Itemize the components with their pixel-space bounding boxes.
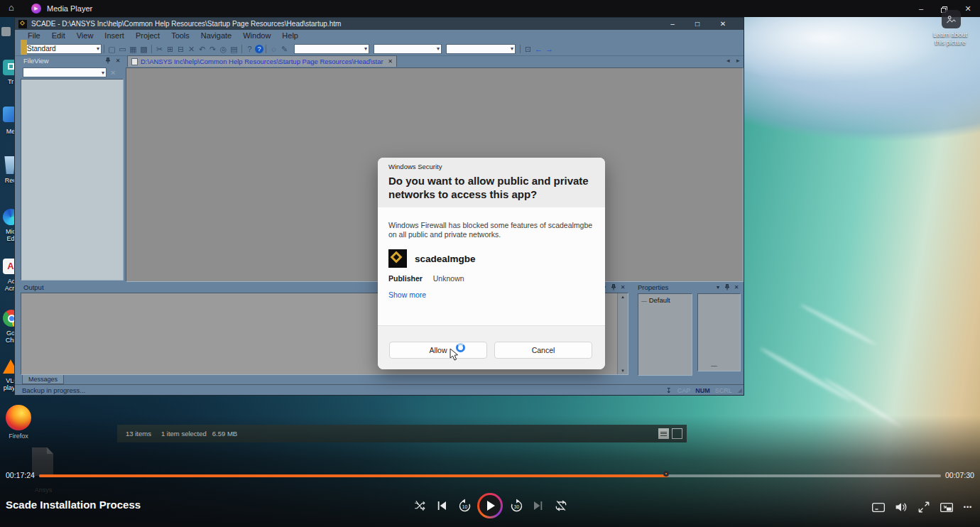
fileview-tree-area[interactable] xyxy=(21,79,124,281)
skip-forward-30-button[interactable]: 30 xyxy=(508,497,525,514)
chevron-down-icon: ▾ xyxy=(97,45,99,52)
save-all-icon[interactable]: ▩ xyxy=(138,43,149,55)
properties-tree[interactable]: — Default xyxy=(638,293,692,376)
pin-icon[interactable] xyxy=(105,58,111,64)
dialog-header: Windows Security Do you want to allow pu… xyxy=(378,158,605,207)
menu-project[interactable]: Project xyxy=(130,30,165,42)
mini-player-button[interactable] xyxy=(938,499,955,516)
properties-header[interactable]: Properties ▾ ✕ xyxy=(635,282,742,293)
scade-statusbar: Backup in progress... ↧ CAP NUM SCRL ◢ xyxy=(15,384,744,396)
cut-icon[interactable]: ✂ xyxy=(154,43,165,55)
menu-navigate[interactable]: Navigate xyxy=(195,30,237,42)
time-elapsed: 00:17:24 xyxy=(6,471,35,479)
properties-value-box[interactable]: — xyxy=(697,293,741,371)
open-folder-icon[interactable]: ▭ xyxy=(117,43,128,55)
windows-security-dialog: Windows Security Do you want to allow pu… xyxy=(378,158,605,369)
menu-window[interactable]: Window xyxy=(237,30,276,42)
help-circle-icon[interactable]: ? xyxy=(255,45,263,53)
folder-icon-sliver[interactable] xyxy=(21,40,27,55)
time-remaining: 00:07:30 xyxy=(945,471,974,479)
pin-icon[interactable] xyxy=(611,284,616,290)
close-icon[interactable]: ✕ xyxy=(619,284,627,290)
menu-view[interactable]: View xyxy=(71,30,99,42)
previous-track-button[interactable] xyxy=(433,497,450,514)
scade-minimize-button[interactable]: – xyxy=(665,20,680,28)
paste-icon[interactable]: ⊟ xyxy=(175,43,186,55)
status-message: Backup in progress... xyxy=(22,386,85,394)
document-tab[interactable]: D:\ANSYS Inc\help\Common Help Resources\… xyxy=(127,55,397,67)
style-combobox[interactable]: Standard ▾ xyxy=(23,44,102,54)
repeat-off-button[interactable] xyxy=(552,497,570,514)
chevron-down-icon: ▾ xyxy=(437,45,440,52)
toolbar-combobox-2[interactable]: ▾ xyxy=(374,44,442,54)
spotlight-widget-icon[interactable] xyxy=(942,10,961,28)
home-icon[interactable]: ⌂ xyxy=(9,2,14,13)
print-icon[interactable]: ▤ xyxy=(229,43,239,55)
volume-button[interactable] xyxy=(893,499,910,516)
help-icon[interactable]: ? xyxy=(244,43,255,55)
toolbar-combobox-1[interactable]: ▾ xyxy=(294,44,369,54)
tab-scroll-right-icon[interactable]: ▸ xyxy=(736,57,740,64)
scade-maximize-button[interactable]: □ xyxy=(690,20,705,28)
fileview-clear-icon[interactable]: ✕ xyxy=(110,69,116,77)
toolbar-combobox-3[interactable]: ▾ xyxy=(446,44,516,54)
publisher-value: Unknown xyxy=(433,274,464,283)
output-scrollbar[interactable]: ▲ ▼ xyxy=(617,293,628,374)
skip-back-label: 10 xyxy=(462,504,467,509)
scade-titlebar[interactable]: SCADE - D:\ANSYS Inc\help\Common Help Re… xyxy=(15,18,744,30)
tab-close-icon[interactable]: ✕ xyxy=(388,58,393,65)
menu-help[interactable]: Help xyxy=(276,30,304,42)
cancel-button[interactable]: Cancel xyxy=(494,342,592,359)
fileview-header[interactable]: FileView ✕ xyxy=(21,55,124,66)
properties-item-default[interactable]: Default xyxy=(649,296,670,304)
redo-icon[interactable]: ↷ xyxy=(207,43,218,55)
navigate-forward-icon[interactable]: → xyxy=(544,43,555,55)
placeholder-dash: — xyxy=(711,362,717,369)
seek-bar[interactable] xyxy=(39,474,941,477)
subtitles-button[interactable] xyxy=(870,499,887,516)
pin-icon[interactable] xyxy=(724,284,730,290)
fileview-title: FileView xyxy=(23,57,49,65)
menu-insert[interactable]: Insert xyxy=(99,30,130,42)
pen-icon[interactable]: ✎ xyxy=(279,43,290,55)
play-button[interactable] xyxy=(477,493,503,518)
minimize-button[interactable]: – xyxy=(915,3,927,14)
seek-bar-thumb[interactable] xyxy=(663,471,669,477)
chevron-down-icon[interactable]: ▾ xyxy=(714,284,722,290)
menu-tools[interactable]: Tools xyxy=(165,30,195,42)
spotlight-widget-label[interactable]: Learn about this picture xyxy=(923,31,977,47)
fullscreen-button[interactable] xyxy=(915,499,932,516)
allow-button[interactable]: Allow xyxy=(389,342,487,359)
close-icon[interactable]: ✕ xyxy=(732,284,741,290)
scroll-down-icon[interactable]: ▼ xyxy=(618,369,628,373)
scroll-up-icon[interactable]: ▲ xyxy=(618,295,628,299)
download-icon[interactable]: ↧ xyxy=(665,386,671,394)
new-file-icon[interactable]: ▢ xyxy=(107,43,117,55)
fileview-combobox[interactable]: ▾ xyxy=(23,67,107,77)
copy-icon[interactable]: ⊞ xyxy=(165,43,175,55)
shuffle-off-button[interactable] xyxy=(411,497,428,514)
search-doc-icon[interactable]: ◎ xyxy=(218,43,229,55)
close-button[interactable]: ✕ xyxy=(962,3,974,14)
skip-forward-label: 30 xyxy=(513,504,519,509)
menu-edit[interactable]: Edit xyxy=(46,30,71,42)
undo-icon[interactable]: ↶ xyxy=(197,43,207,55)
save-icon[interactable]: ▦ xyxy=(128,43,138,55)
more-options-button[interactable]: ••• xyxy=(959,499,976,516)
desktop-icon-sliver[interactable] xyxy=(1,27,11,36)
navigate-back-icon[interactable]: ← xyxy=(533,43,544,55)
nav-box-icon[interactable]: ⊡ xyxy=(523,43,533,55)
next-track-button[interactable] xyxy=(530,497,547,514)
messages-tab[interactable]: Messages xyxy=(22,375,64,384)
delete-icon[interactable]: ✕ xyxy=(186,43,197,55)
num-lock-indicator: NUM xyxy=(695,387,710,394)
skip-back-10-button[interactable]: 10 xyxy=(456,497,473,514)
play-glyph: ▶ xyxy=(34,6,38,11)
scade-close-button[interactable]: ✕ xyxy=(715,20,731,28)
close-icon[interactable]: ✕ xyxy=(114,58,122,64)
show-more-link[interactable]: Show more xyxy=(388,290,426,299)
media-player-app-icon: ▶ xyxy=(31,4,41,13)
resize-grip-icon[interactable]: ◢ xyxy=(738,387,742,393)
find-icon[interactable]: ◌ xyxy=(268,43,279,55)
tab-scroll-left-icon[interactable]: ◂ xyxy=(726,57,730,64)
